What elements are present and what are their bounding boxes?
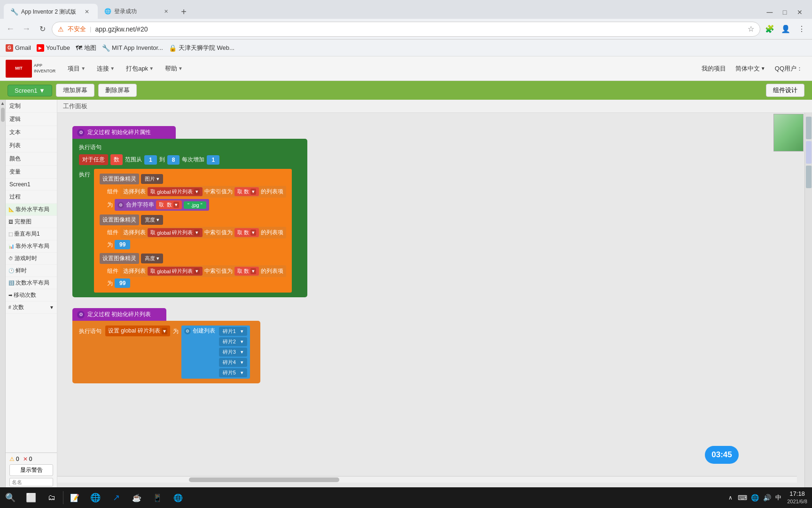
name-input[interactable] — [9, 478, 53, 486]
refresh-button[interactable]: ↻ — [36, 23, 49, 36]
remove-screen-button[interactable]: 删除屏幕 — [98, 84, 137, 97]
scroll-thumb[interactable] — [1, 108, 5, 122]
phone-button[interactable]: 📱 — [147, 487, 168, 508]
to-val: 8 — [167, 155, 180, 165]
bookmark-mit[interactable]: 🔧 MIT App Inventor... — [102, 44, 163, 52]
global3-arrow[interactable]: ▾ — [194, 268, 200, 274]
blocks-canvas[interactable]: ⚙ 定义过程 初始化碎片属性 执行语句 对于任意 数 范围从 — [57, 113, 804, 483]
sidebar-section-vertical1[interactable]: ⬚垂直布局1 — [6, 228, 57, 240]
bookmark-tianjin[interactable]: 🔒 天津天狮学院 Web... — [169, 44, 234, 52]
menu-connect[interactable]: 连接 ▼ — [92, 62, 119, 75]
scroll-up-btn[interactable]: ▲ — [0, 101, 5, 106]
ime-indicator[interactable]: 中 — [773, 493, 783, 502]
network-icon[interactable]: 🌐 — [749, 492, 760, 503]
sidebar-item-list[interactable]: 列表 — [6, 139, 57, 152]
global1-arrow[interactable]: ▾ — [194, 189, 200, 195]
right-mini-block1 — [806, 117, 812, 139]
edge-button[interactable]: 🌐 — [85, 487, 106, 508]
tab-login[interactable]: 🌐 登录成功 ✕ — [99, 4, 174, 19]
image1-prop-btn[interactable]: 图片 ▾ — [141, 174, 163, 184]
num2-arrow[interactable]: ▾ — [250, 230, 256, 236]
app-content: MIT APP INVENTOR 项目 ▼ 连接 ▼ 打包apk ▼ 帮助 — [0, 56, 812, 489]
item2-arrow[interactable]: ▾ — [241, 339, 243, 345]
tab-app-inventor[interactable]: 🔧 App Inventor 2 测试版 ✕ — [4, 4, 98, 20]
tab2-close-icon[interactable]: ✕ — [164, 8, 168, 15]
item4-arrow[interactable]: ▾ — [241, 359, 243, 365]
bookmark-gmail[interactable]: G Gmail — [6, 44, 31, 52]
global-list-arrow[interactable]: ▾ — [162, 328, 167, 334]
item3-arrow[interactable]: ▾ — [241, 349, 243, 355]
minimize-button[interactable]: ─ — [763, 6, 776, 19]
sidebar-section-fresh-time[interactable]: 🕐鲜时 — [6, 265, 57, 277]
url-separator: | — [90, 25, 91, 32]
h-scrollbar[interactable] — [57, 476, 797, 483]
sidebar-item-variable[interactable]: 变量 — [6, 166, 57, 179]
num-concat-arrow[interactable]: ▾ — [173, 202, 179, 208]
search-button[interactable]: 🔍 — [0, 487, 21, 508]
extensions-icon[interactable]: 🧩 — [763, 23, 776, 36]
notepad-button[interactable]: 📝 — [64, 487, 85, 508]
sidebar-item-process[interactable]: 过程 — [6, 190, 57, 204]
h-scrollbar-thumb[interactable] — [189, 477, 339, 482]
left-sidebar: 定制 逻辑 文本 列表 颜色 变量 Screen1 过程 📐靠外水平布局 🖼完整… — [6, 100, 57, 489]
chrome-button[interactable]: 🌐 — [168, 487, 188, 508]
as1-label: 为 — [107, 201, 113, 209]
my-projects-link[interactable]: 我的项目 — [698, 64, 730, 73]
url-box[interactable]: ⚠ 不安全 | app.gzjkw.net/#20 ☆ — [52, 22, 760, 37]
mit-header: MIT APP INVENTOR 项目 ▼ 连接 ▼ 打包apk ▼ 帮助 — [0, 56, 812, 81]
num1-arrow[interactable]: ▾ — [250, 189, 256, 195]
sidebar-scrollbar[interactable]: ▲ — [0, 100, 6, 489]
keyboard-icon[interactable]: ⌨ — [737, 492, 748, 503]
menu-projects[interactable]: 项目 ▼ — [63, 62, 90, 75]
bookmark-maps[interactable]: 🗺 地图 — [76, 44, 96, 52]
maximize-button[interactable]: □ — [778, 6, 791, 19]
vs-code-button[interactable]: ↗ — [106, 487, 126, 508]
task-view-button[interactable]: ⬜ — [21, 487, 41, 508]
designer-label: 组件设计 — [773, 87, 797, 94]
bookmark-icon[interactable]: ☆ — [748, 24, 754, 33]
chevron-up-icon[interactable]: ∧ — [725, 492, 736, 503]
show-warning-button[interactable]: 显示警告 — [9, 464, 53, 476]
proc1-block: ⚙ 定义过程 初始化碎片属性 执行语句 对于任意 数 范围从 — [72, 126, 307, 297]
sidebar-section-moves[interactable]: ➡移动次数 — [6, 289, 57, 302]
designer-button[interactable]: 组件设计 — [766, 84, 804, 97]
global2-arrow[interactable]: ▾ — [194, 230, 200, 236]
list-item-5: 碎片5▾ — [219, 368, 247, 377]
volume-icon[interactable]: 🔊 — [761, 492, 773, 503]
tianjin-label: 天津天狮学院 Web... — [179, 44, 234, 52]
image2-prop-btn[interactable]: 宽度 ▾ — [141, 215, 163, 225]
sidebar-item-screen1[interactable]: Screen1 — [6, 179, 57, 190]
new-tab-button[interactable]: + — [177, 5, 191, 19]
sidebar-item-custom[interactable]: 定制 — [6, 100, 57, 113]
menu-help[interactable]: 帮助 ▼ — [160, 62, 187, 75]
sidebar-section-moves-layout[interactable]: 🔢次数水平布局 — [6, 277, 57, 289]
sidebar-section-count[interactable]: #次数 ▼ — [6, 302, 57, 314]
do-row: 执行 设置图像精灵 图片 ▾ — [79, 169, 301, 293]
sidebar-section-game-timer[interactable]: ⏱游戏时时 — [6, 253, 57, 265]
browser-menu-icon[interactable]: ⋮ — [795, 23, 808, 36]
add-screen-button[interactable]: 增加屏幕 — [56, 84, 94, 97]
sidebar-section-full-image[interactable]: 🖼完整图 — [6, 216, 57, 228]
sidebar-item-logic[interactable]: 逻辑 — [6, 113, 57, 126]
tab-bar: 🔧 App Inventor 2 测试版 ✕ 🌐 登录成功 ✕ + ─ □ ✕ — [0, 0, 812, 19]
screen1-button[interactable]: Screen1 ▼ — [8, 85, 52, 96]
sidebar-item-color[interactable]: 颜色 — [6, 152, 57, 166]
set-image-row1: 设置图像精灵 图片 ▾ 组件 选择列表 — [100, 174, 286, 211]
num3-arrow[interactable]: ▾ — [250, 268, 256, 274]
java-button[interactable]: ☕ — [126, 487, 147, 508]
item1-arrow[interactable]: ▾ — [241, 328, 243, 334]
tab1-close-icon[interactable]: ✕ — [83, 8, 91, 16]
forward-button[interactable]: → — [20, 23, 33, 36]
language-selector[interactable]: 简体中文▼ — [732, 64, 769, 73]
close-button[interactable]: ✕ — [793, 6, 806, 19]
file-explorer-button[interactable]: 🗂 — [41, 487, 62, 508]
sidebar-item-text[interactable]: 文本 — [6, 126, 57, 139]
back-button[interactable]: ← — [4, 23, 17, 36]
image3-prop-btn[interactable]: 高度 ▾ — [141, 254, 163, 263]
item5-arrow[interactable]: ▾ — [241, 370, 243, 376]
sidebar-section-layout[interactable]: 📐靠外水平布局 — [6, 204, 57, 216]
menu-package[interactable]: 打包apk ▼ — [121, 62, 158, 75]
sidebar-section-horiz-layout[interactable]: 📊靠外水平布局 — [6, 240, 57, 253]
profile-icon[interactable]: 👤 — [779, 23, 792, 36]
bookmark-youtube[interactable]: ▶ YouTube — [37, 44, 70, 52]
